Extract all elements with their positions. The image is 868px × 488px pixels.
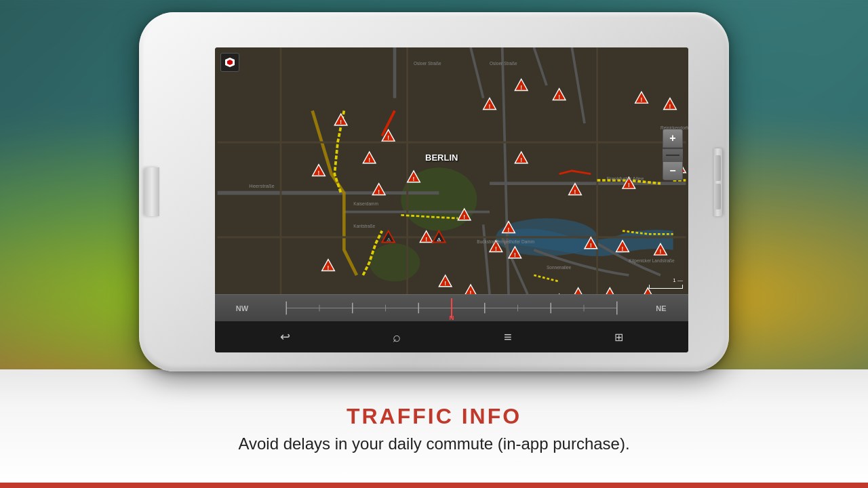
svg-text:!: ! (495, 245, 497, 252)
zoom-in-button[interactable]: + (663, 129, 683, 148)
svg-text:!: ! (444, 280, 446, 287)
svg-text:Kaiserdamm: Kaiserdamm (353, 201, 378, 206)
svg-text:Sonnenallee: Sonnenallee (547, 265, 572, 270)
city-label: BERLIN (425, 152, 458, 163)
svg-text:!: ! (574, 188, 576, 195)
svg-text:Kantstraße: Kantstraße (353, 224, 375, 228)
svg-text:!: ! (368, 157, 370, 163)
volume-up-notch (714, 155, 721, 181)
compass-ticks: N (256, 295, 648, 321)
red-accent-line (0, 483, 868, 488)
svg-text:!: ! (641, 96, 643, 103)
svg-text:Heerstraße: Heerstraße (249, 183, 274, 189)
svg-text:!: ! (660, 248, 662, 255)
zoom-out-button[interactable]: − (663, 161, 683, 180)
svg-text:!: ! (328, 264, 330, 271)
volume-down-notch (714, 184, 721, 209)
svg-text:!: ! (558, 94, 560, 100)
traffic-info-title: TRAFFIC INFO (347, 404, 521, 429)
svg-text:!: ! (318, 169, 320, 176)
menu-nav-icon[interactable]: ≡ (504, 329, 512, 345)
svg-text:N: N (449, 314, 454, 321)
compass-bar: NW N (215, 294, 688, 321)
svg-text:!: ! (669, 103, 671, 110)
svg-text:Buckstraße: Buckstraße (477, 239, 499, 244)
svg-text:!: ! (470, 289, 472, 294)
svg-text:!: ! (425, 236, 427, 243)
svg-text:!: ! (508, 226, 510, 233)
svg-text:⚠: ⚠ (387, 237, 391, 243)
svg-text:!: ! (520, 84, 522, 91)
phone-device: ! ! ! ! ! ! ! ! ! ! (139, 12, 729, 371)
phone-screen: ! ! ! ! ! ! ! ! ! ! (215, 47, 688, 352)
navigation-bar: ↩ ⌕ ≡ ⊞ (215, 321, 688, 352)
svg-text:!: ! (590, 242, 592, 249)
phone-back-button[interactable] (144, 167, 159, 216)
svg-text:!: ! (378, 188, 380, 195)
svg-text:Frankfurter Allee: Frankfurter Allee (607, 176, 644, 182)
search-nav-icon[interactable]: ⌕ (393, 329, 401, 345)
svg-text:!: ! (514, 251, 516, 258)
svg-text:!: ! (520, 157, 522, 163)
svg-point-3 (370, 243, 420, 281)
svg-text:!: ! (489, 103, 491, 110)
map-area[interactable]: ! ! ! ! ! ! ! ! ! ! (215, 47, 688, 294)
scale-label: 1 — (673, 277, 683, 283)
svg-text:Köpenicker Landstraße: Köpenicker Landstraße (629, 258, 675, 264)
bottom-panel: TRAFFIC INFO Avoid delays in your daily … (0, 369, 868, 488)
svg-text:!: ! (463, 214, 465, 220)
svg-text:!: ! (340, 119, 342, 125)
back-nav-icon[interactable]: ↩ (280, 329, 290, 344)
map-layer-icon[interactable] (220, 53, 239, 72)
svg-text:Osloer Straße: Osloer Straße (490, 61, 517, 66)
svg-text:⚠: ⚠ (437, 237, 441, 243)
svg-text:!: ! (622, 245, 624, 252)
svg-text:Tempelhofer Damm: Tempelhofer Damm (496, 239, 534, 245)
traffic-info-subtitle: Avoid delays in your daily commute (in-a… (238, 434, 629, 453)
map-svg: ! ! ! ! ! ! ! ! ! ! (215, 47, 688, 294)
phone-volume-button[interactable] (713, 148, 722, 216)
svg-text:!: ! (628, 182, 630, 188)
svg-text:!: ! (387, 134, 389, 141)
layers-nav-icon[interactable]: ⊞ (614, 331, 623, 344)
compass-nw: NW (229, 304, 256, 312)
svg-text:!: ! (413, 176, 415, 182)
map-controls: + − (663, 129, 683, 180)
scale-bar: 1 — (649, 277, 683, 289)
scale-line (649, 285, 683, 289)
compass-ne: NE (648, 304, 675, 312)
svg-text:Osloer Straße: Osloer Straße (414, 61, 441, 66)
